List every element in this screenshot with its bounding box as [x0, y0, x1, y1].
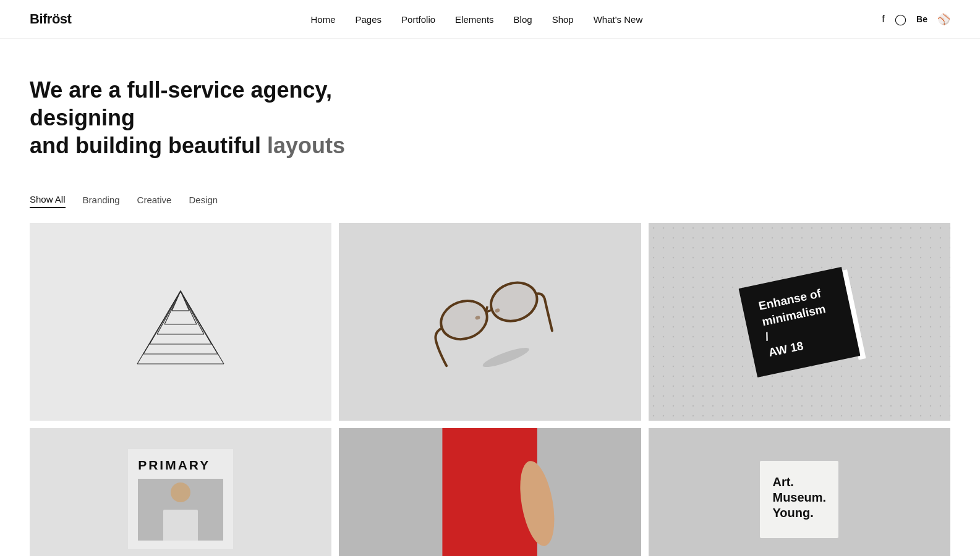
portfolio-item-art-museum[interactable]: Art.Museum.Young.	[649, 428, 950, 556]
glasses-illustration	[411, 245, 568, 400]
portfolio-item-triangle[interactable]	[30, 223, 331, 421]
primary-label: PRIMARY	[138, 458, 223, 473]
filter-show-all[interactable]: Show All	[30, 194, 66, 208]
hero-section: We are a full-service agency, designing …	[0, 39, 980, 179]
nav-home[interactable]: Home	[310, 14, 335, 25]
triangle-illustration	[125, 266, 236, 377]
dribbble-icon[interactable]: ⚾	[937, 13, 950, 26]
primary-card: PRIMARY	[128, 449, 233, 549]
filter-tabs: Show All Branding Creative Design	[0, 179, 980, 218]
behance-icon[interactable]: Be	[916, 14, 927, 24]
navigation: Bifröst Home Pages Portfolio Elements Bl…	[0, 0, 980, 39]
portfolio-item-dark-card[interactable]: Enhanse ofminimalism/AW 18	[649, 223, 950, 421]
svg-rect-25	[163, 510, 198, 541]
hero-line2-prefix: and building beautiful	[30, 133, 267, 158]
nav-pages[interactable]: Pages	[356, 14, 382, 25]
svg-line-14	[172, 291, 181, 311]
portfolio-item-glasses[interactable]	[339, 223, 641, 421]
hero-line1: We are a full-service agency, designing	[30, 77, 332, 130]
site-logo[interactable]: Bifröst	[30, 11, 71, 27]
nav-links: Home Pages Portfolio Elements Blog Shop …	[310, 14, 642, 25]
svg-line-15	[181, 291, 189, 311]
svg-point-16	[436, 295, 493, 345]
hero-heading: We are a full-service agency, designing …	[30, 76, 388, 159]
filter-creative[interactable]: Creative	[137, 195, 172, 208]
filter-design[interactable]: Design	[189, 195, 218, 208]
facebook-icon[interactable]: f	[882, 13, 885, 25]
hero-highlight: layouts	[267, 133, 345, 158]
portfolio-item-red-fashion[interactable]	[339, 428, 641, 556]
filter-branding[interactable]: Branding	[83, 195, 120, 208]
art-museum-text: Art.Museum.Young.	[772, 474, 826, 521]
primary-person	[138, 479, 223, 541]
svg-point-24	[171, 482, 190, 502]
nav-portfolio[interactable]: Portfolio	[401, 14, 435, 25]
person-svg	[156, 479, 205, 541]
portfolio-item-primary[interactable]: PRIMARY	[30, 428, 331, 556]
nav-social: f ◯ Be ⚾	[882, 13, 950, 26]
instagram-icon[interactable]: ◯	[895, 13, 906, 26]
svg-point-21	[481, 344, 531, 370]
portfolio-grid: Enhanse ofminimalism/AW 18 PRIMARY	[0, 218, 980, 556]
nav-elements[interactable]: Elements	[455, 14, 494, 25]
red-fashion-svg	[339, 428, 641, 556]
nav-whats-new[interactable]: What's New	[594, 14, 643, 25]
nav-blog[interactable]: Blog	[514, 14, 532, 25]
glasses-svg	[411, 245, 566, 392]
white-bag: Art.Museum.Young.	[760, 461, 838, 538]
nav-shop[interactable]: Shop	[552, 14, 574, 25]
svg-point-17	[486, 276, 543, 327]
